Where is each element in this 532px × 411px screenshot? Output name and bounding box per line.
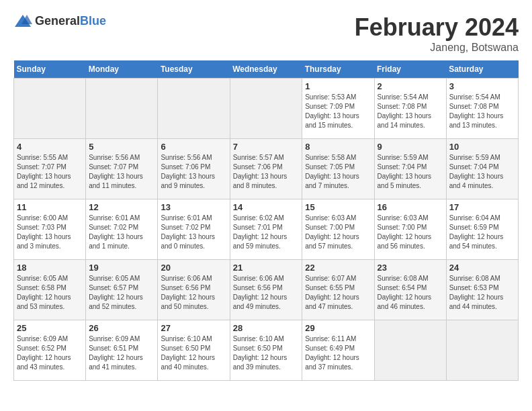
day-info: Sunrise: 6:10 AM Sunset: 6:50 PM Dayligh… [233,334,300,372]
calendar-cell: 27Sunrise: 6:10 AM Sunset: 6:50 PM Dayli… [158,320,230,381]
day-info: Sunrise: 5:56 AM Sunset: 7:06 PM Dayligh… [161,153,226,191]
logo: GeneralBlue [13,13,106,28]
day-info: Sunrise: 5:57 AM Sunset: 7:06 PM Dayligh… [233,153,300,191]
day-info: Sunrise: 5:56 AM Sunset: 7:07 PM Dayligh… [89,153,154,191]
day-info: Sunrise: 6:07 AM Sunset: 6:55 PM Dayligh… [305,274,371,312]
day-number: 20 [161,263,226,273]
day-number: 16 [378,202,443,212]
weekday-header-friday: Friday [374,60,446,79]
day-number: 22 [305,263,371,273]
day-number: 19 [89,263,154,273]
day-number: 10 [449,142,515,152]
logo-general: General [35,14,80,28]
logo-blue: Blue [80,14,106,28]
calendar-cell: 1Sunrise: 5:53 AM Sunset: 7:09 PM Daylig… [302,79,374,139]
calendar-week-row: 4Sunrise: 5:55 AM Sunset: 7:07 PM Daylig… [14,139,519,199]
calendar-week-row: 18Sunrise: 6:05 AM Sunset: 6:58 PM Dayli… [14,260,519,320]
calendar-cell: 9Sunrise: 5:59 AM Sunset: 7:04 PM Daylig… [374,139,446,199]
weekday-header-tuesday: Tuesday [158,60,230,79]
calendar-cell: 20Sunrise: 6:06 AM Sunset: 6:56 PM Dayli… [158,260,230,320]
day-number: 21 [233,263,300,273]
calendar-cell: 10Sunrise: 5:59 AM Sunset: 7:04 PM Dayli… [446,139,518,199]
day-info: Sunrise: 5:54 AM Sunset: 7:08 PM Dayligh… [449,93,515,130]
weekday-header-thursday: Thursday [302,60,374,79]
day-info: Sunrise: 6:06 AM Sunset: 6:56 PM Dayligh… [233,274,300,312]
day-info: Sunrise: 6:09 AM Sunset: 6:52 PM Dayligh… [17,334,83,372]
calendar-cell: 14Sunrise: 6:02 AM Sunset: 7:01 PM Dayli… [230,199,302,260]
calendar-cell: 13Sunrise: 6:01 AM Sunset: 7:02 PM Dayli… [158,199,230,260]
day-info: Sunrise: 6:11 AM Sunset: 6:49 PM Dayligh… [305,334,371,372]
day-number: 6 [161,142,226,152]
day-info: Sunrise: 6:10 AM Sunset: 6:50 PM Dayligh… [161,334,226,372]
day-number: 13 [161,202,226,212]
calendar-cell: 11Sunrise: 6:00 AM Sunset: 7:03 PM Dayli… [14,199,86,260]
title-section: February 2024 Janeng, Botswana [355,13,519,54]
day-number: 29 [305,323,371,333]
day-number: 24 [449,263,515,273]
calendar-cell: 17Sunrise: 6:04 AM Sunset: 6:59 PM Dayli… [446,199,518,260]
calendar-cell: 22Sunrise: 6:07 AM Sunset: 6:55 PM Dayli… [302,260,374,320]
day-info: Sunrise: 5:59 AM Sunset: 7:04 PM Dayligh… [449,153,515,191]
calendar-subtitle: Janeng, Botswana [355,42,519,54]
calendar-cell: 12Sunrise: 6:01 AM Sunset: 7:02 PM Dayli… [86,199,158,260]
day-info: Sunrise: 6:02 AM Sunset: 7:01 PM Dayligh… [233,214,300,251]
day-number: 15 [305,202,371,212]
day-number: 12 [89,202,154,212]
weekday-header-monday: Monday [86,60,158,79]
calendar-cell: 25Sunrise: 6:09 AM Sunset: 6:52 PM Dayli… [14,320,86,381]
day-number: 5 [89,142,154,152]
day-info: Sunrise: 5:54 AM Sunset: 7:08 PM Dayligh… [378,93,443,130]
day-info: Sunrise: 6:05 AM Sunset: 6:58 PM Dayligh… [17,274,83,312]
day-info: Sunrise: 6:08 AM Sunset: 6:54 PM Dayligh… [378,274,443,312]
calendar-cell: 21Sunrise: 6:06 AM Sunset: 6:56 PM Dayli… [230,260,302,320]
calendar-cell: 5Sunrise: 5:56 AM Sunset: 7:07 PM Daylig… [86,139,158,199]
calendar-cell: 19Sunrise: 6:05 AM Sunset: 6:57 PM Dayli… [86,260,158,320]
day-number: 4 [17,142,83,152]
calendar-cell [86,79,158,139]
day-number: 27 [161,323,226,333]
calendar-cell [446,320,518,381]
calendar-cell: 18Sunrise: 6:05 AM Sunset: 6:58 PM Dayli… [14,260,86,320]
day-number: 25 [17,323,83,333]
day-info: Sunrise: 6:09 AM Sunset: 6:51 PM Dayligh… [89,334,154,372]
calendar-cell [374,320,446,381]
weekday-header-wednesday: Wednesday [230,60,302,79]
day-info: Sunrise: 5:55 AM Sunset: 7:07 PM Dayligh… [17,153,83,191]
calendar-week-row: 11Sunrise: 6:00 AM Sunset: 7:03 PM Dayli… [14,199,519,260]
day-number: 8 [305,142,371,152]
day-info: Sunrise: 6:03 AM Sunset: 7:00 PM Dayligh… [305,214,371,251]
day-info: Sunrise: 6:06 AM Sunset: 6:56 PM Dayligh… [161,274,226,312]
day-number: 23 [378,263,443,273]
calendar-cell: 29Sunrise: 6:11 AM Sunset: 6:49 PM Dayli… [302,320,374,381]
day-info: Sunrise: 6:04 AM Sunset: 6:59 PM Dayligh… [449,214,515,251]
day-number: 2 [378,81,443,91]
day-info: Sunrise: 6:05 AM Sunset: 6:57 PM Dayligh… [89,274,154,312]
calendar-cell: 16Sunrise: 6:03 AM Sunset: 7:00 PM Dayli… [374,199,446,260]
calendar-cell: 26Sunrise: 6:09 AM Sunset: 6:51 PM Dayli… [86,320,158,381]
day-number: 18 [17,263,83,273]
calendar-week-row: 25Sunrise: 6:09 AM Sunset: 6:52 PM Dayli… [14,320,519,381]
calendar-cell [158,79,230,139]
day-info: Sunrise: 6:08 AM Sunset: 6:53 PM Dayligh… [449,274,515,312]
day-info: Sunrise: 6:01 AM Sunset: 7:02 PM Dayligh… [89,214,154,251]
calendar-table: SundayMondayTuesdayWednesdayThursdayFrid… [13,60,519,381]
calendar-cell: 23Sunrise: 6:08 AM Sunset: 6:54 PM Dayli… [374,260,446,320]
day-number: 11 [17,202,83,212]
calendar-cell: 7Sunrise: 5:57 AM Sunset: 7:06 PM Daylig… [230,139,302,199]
calendar-cell: 2Sunrise: 5:54 AM Sunset: 7:08 PM Daylig… [374,79,446,139]
day-info: Sunrise: 6:01 AM Sunset: 7:02 PM Dayligh… [161,214,226,251]
calendar-cell: 3Sunrise: 5:54 AM Sunset: 7:08 PM Daylig… [446,79,518,139]
day-number: 28 [233,323,300,333]
calendar-cell: 8Sunrise: 5:58 AM Sunset: 7:05 PM Daylig… [302,139,374,199]
day-number: 26 [89,323,154,333]
day-info: Sunrise: 5:53 AM Sunset: 7:09 PM Dayligh… [305,93,371,130]
day-info: Sunrise: 6:03 AM Sunset: 7:00 PM Dayligh… [378,214,443,251]
calendar-week-row: 1Sunrise: 5:53 AM Sunset: 7:09 PM Daylig… [14,79,519,139]
calendar-cell: 4Sunrise: 5:55 AM Sunset: 7:07 PM Daylig… [14,139,86,199]
day-info: Sunrise: 6:00 AM Sunset: 7:03 PM Dayligh… [17,214,83,251]
weekday-header-row: SundayMondayTuesdayWednesdayThursdayFrid… [14,60,519,79]
day-info: Sunrise: 5:59 AM Sunset: 7:04 PM Dayligh… [378,153,443,191]
calendar-cell: 28Sunrise: 6:10 AM Sunset: 6:50 PM Dayli… [230,320,302,381]
day-number: 3 [449,81,515,91]
weekday-header-sunday: Sunday [14,60,86,79]
